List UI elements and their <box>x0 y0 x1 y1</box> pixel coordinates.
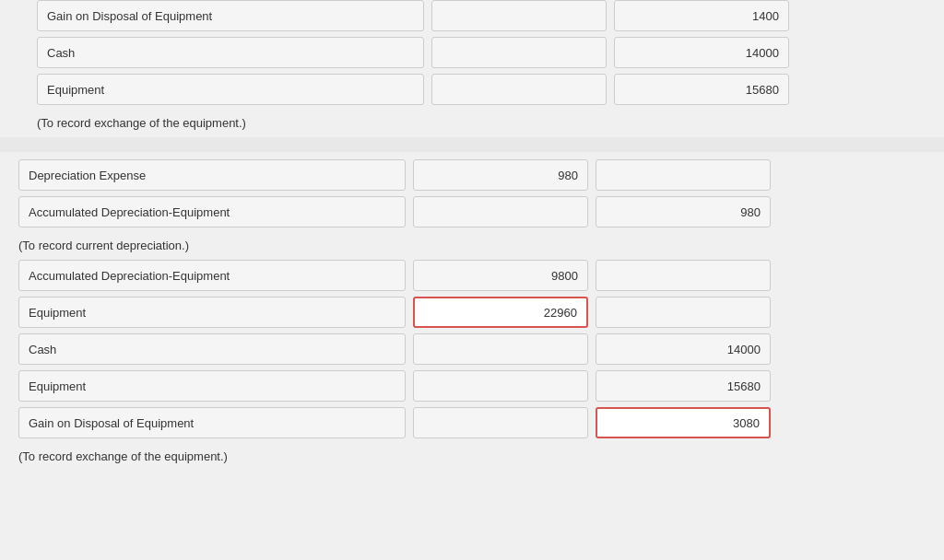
debit-cell <box>413 297 588 328</box>
debit-cell <box>413 333 588 365</box>
debit-input[interactable] <box>413 370 588 402</box>
debit-cell <box>413 159 588 191</box>
debit-cell <box>413 196 588 228</box>
table-row <box>18 159 926 191</box>
debit-cell <box>431 0 607 31</box>
top-section: (To record exchange of the equipment.) <box>0 0 944 137</box>
debit-input[interactable] <box>413 159 588 191</box>
section-b-header <box>0 137 944 152</box>
debit-input[interactable] <box>431 37 607 68</box>
label-cell <box>18 260 406 291</box>
debit-cell <box>413 260 588 291</box>
credit-cell <box>596 159 771 191</box>
debit-input[interactable] <box>413 196 588 228</box>
label-cell <box>37 74 424 105</box>
label-input[interactable] <box>37 74 424 105</box>
debit-input[interactable] <box>431 74 607 105</box>
debit-cell <box>413 370 588 402</box>
label-input[interactable] <box>18 260 406 291</box>
credit-cell <box>614 37 789 68</box>
credit-input[interactable] <box>614 0 789 31</box>
debit-input[interactable] <box>413 407 588 438</box>
label-input[interactable] <box>18 196 406 228</box>
credit-input[interactable] <box>596 370 771 402</box>
credit-cell <box>596 297 771 328</box>
credit-input[interactable] <box>596 260 771 291</box>
debit-cell <box>431 37 607 68</box>
debit-input[interactable] <box>413 297 588 328</box>
debit-input[interactable] <box>413 260 588 291</box>
credit-cell <box>596 407 771 438</box>
label-cell <box>18 407 406 438</box>
credit-input[interactable] <box>614 74 789 105</box>
credit-cell <box>614 0 789 31</box>
label-input[interactable] <box>18 333 406 365</box>
top-note: (To record exchange of the equipment.) <box>37 111 907 137</box>
credit-input[interactable] <box>614 37 789 68</box>
subgroup-note: (To record exchange of the equipment.) <box>18 444 926 471</box>
credit-cell <box>596 260 771 291</box>
table-row <box>18 370 926 402</box>
credit-cell <box>596 333 771 365</box>
credit-input[interactable] <box>596 407 771 438</box>
debit-cell <box>413 407 588 438</box>
credit-cell <box>596 370 771 402</box>
b-subgroup-exchange: (To record exchange of the equipment.) <box>18 260 926 471</box>
table-row <box>18 297 926 328</box>
table-row <box>18 333 926 365</box>
top-rows <box>37 0 907 105</box>
table-row <box>18 196 926 228</box>
table-row <box>37 74 907 105</box>
debit-input[interactable] <box>431 0 607 31</box>
b-subgroup-depreciation: (To record current depreciation.) <box>18 159 926 260</box>
label-input[interactable] <box>18 407 406 438</box>
credit-cell <box>614 74 789 105</box>
label-input[interactable] <box>37 0 424 31</box>
label-input[interactable] <box>18 159 406 191</box>
label-input[interactable] <box>18 297 406 328</box>
label-cell <box>18 297 406 328</box>
page-container: (To record exchange of the equipment.) (… <box>0 0 944 560</box>
label-cell <box>37 0 424 31</box>
label-cell <box>37 37 424 68</box>
label-input[interactable] <box>37 37 424 68</box>
section-b-content: (To record current depreciation.) (To re… <box>0 159 944 471</box>
debit-cell <box>431 74 607 105</box>
credit-input[interactable] <box>596 333 771 365</box>
label-cell <box>18 333 406 365</box>
table-row <box>18 260 926 291</box>
label-input[interactable] <box>18 370 406 402</box>
subgroup-note: (To record current depreciation.) <box>18 233 926 260</box>
credit-input[interactable] <box>596 297 771 328</box>
table-row <box>37 37 907 68</box>
label-cell <box>18 196 406 228</box>
label-cell <box>18 370 406 402</box>
credit-input[interactable] <box>596 159 771 191</box>
table-row <box>18 407 926 438</box>
debit-input[interactable] <box>413 333 588 365</box>
credit-input[interactable] <box>596 196 771 228</box>
table-row <box>37 0 907 31</box>
label-cell <box>18 159 406 191</box>
credit-cell <box>596 196 771 228</box>
